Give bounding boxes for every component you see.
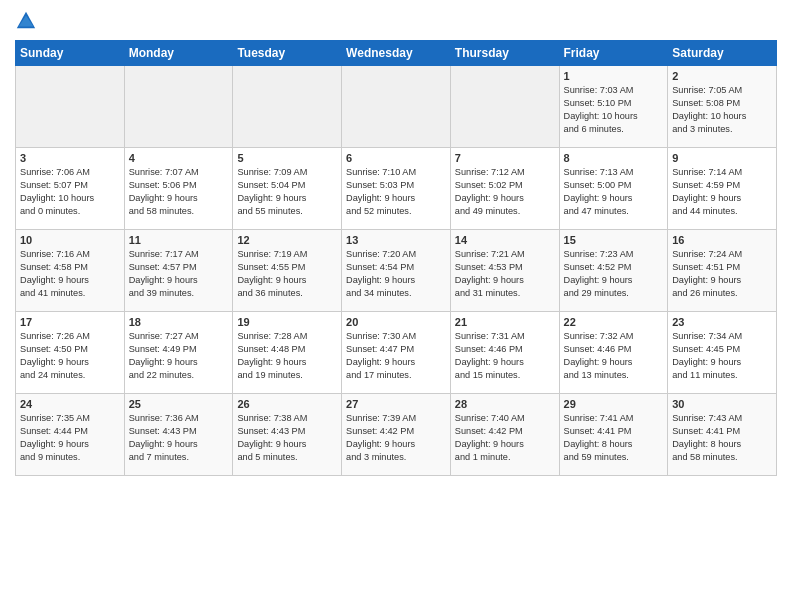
day-info: Sunrise: 7:24 AM Sunset: 4:51 PM Dayligh… xyxy=(672,248,772,300)
day-number: 27 xyxy=(346,398,446,410)
day-cell: 8Sunrise: 7:13 AM Sunset: 5:00 PM Daylig… xyxy=(559,148,668,230)
day-info: Sunrise: 7:03 AM Sunset: 5:10 PM Dayligh… xyxy=(564,84,664,136)
day-number: 29 xyxy=(564,398,664,410)
svg-marker-1 xyxy=(19,16,34,27)
day-info: Sunrise: 7:40 AM Sunset: 4:42 PM Dayligh… xyxy=(455,412,555,464)
day-number: 4 xyxy=(129,152,229,164)
day-info: Sunrise: 7:14 AM Sunset: 4:59 PM Dayligh… xyxy=(672,166,772,218)
day-cell: 14Sunrise: 7:21 AM Sunset: 4:53 PM Dayli… xyxy=(450,230,559,312)
day-number: 11 xyxy=(129,234,229,246)
day-info: Sunrise: 7:17 AM Sunset: 4:57 PM Dayligh… xyxy=(129,248,229,300)
day-number: 25 xyxy=(129,398,229,410)
week-row-1: 3Sunrise: 7:06 AM Sunset: 5:07 PM Daylig… xyxy=(16,148,777,230)
day-cell xyxy=(342,66,451,148)
day-cell: 17Sunrise: 7:26 AM Sunset: 4:50 PM Dayli… xyxy=(16,312,125,394)
day-cell: 10Sunrise: 7:16 AM Sunset: 4:58 PM Dayli… xyxy=(16,230,125,312)
week-row-4: 24Sunrise: 7:35 AM Sunset: 4:44 PM Dayli… xyxy=(16,394,777,476)
day-number: 12 xyxy=(237,234,337,246)
day-number: 23 xyxy=(672,316,772,328)
day-cell: 11Sunrise: 7:17 AM Sunset: 4:57 PM Dayli… xyxy=(124,230,233,312)
logo-icon xyxy=(15,10,37,32)
day-cell: 25Sunrise: 7:36 AM Sunset: 4:43 PM Dayli… xyxy=(124,394,233,476)
day-number: 7 xyxy=(455,152,555,164)
header-cell-sunday: Sunday xyxy=(16,41,125,66)
day-cell: 9Sunrise: 7:14 AM Sunset: 4:59 PM Daylig… xyxy=(668,148,777,230)
day-number: 20 xyxy=(346,316,446,328)
day-cell xyxy=(450,66,559,148)
day-info: Sunrise: 7:12 AM Sunset: 5:02 PM Dayligh… xyxy=(455,166,555,218)
day-number: 17 xyxy=(20,316,120,328)
day-cell xyxy=(16,66,125,148)
day-number: 18 xyxy=(129,316,229,328)
day-cell xyxy=(233,66,342,148)
day-number: 16 xyxy=(672,234,772,246)
day-info: Sunrise: 7:32 AM Sunset: 4:46 PM Dayligh… xyxy=(564,330,664,382)
day-info: Sunrise: 7:06 AM Sunset: 5:07 PM Dayligh… xyxy=(20,166,120,218)
day-cell: 30Sunrise: 7:43 AM Sunset: 4:41 PM Dayli… xyxy=(668,394,777,476)
day-cell: 16Sunrise: 7:24 AM Sunset: 4:51 PM Dayli… xyxy=(668,230,777,312)
day-cell: 18Sunrise: 7:27 AM Sunset: 4:49 PM Dayli… xyxy=(124,312,233,394)
day-cell: 26Sunrise: 7:38 AM Sunset: 4:43 PM Dayli… xyxy=(233,394,342,476)
day-cell: 22Sunrise: 7:32 AM Sunset: 4:46 PM Dayli… xyxy=(559,312,668,394)
header-area xyxy=(15,10,777,32)
day-info: Sunrise: 7:07 AM Sunset: 5:06 PM Dayligh… xyxy=(129,166,229,218)
day-cell: 23Sunrise: 7:34 AM Sunset: 4:45 PM Dayli… xyxy=(668,312,777,394)
day-number: 6 xyxy=(346,152,446,164)
day-cell: 7Sunrise: 7:12 AM Sunset: 5:02 PM Daylig… xyxy=(450,148,559,230)
header-cell-thursday: Thursday xyxy=(450,41,559,66)
day-info: Sunrise: 7:43 AM Sunset: 4:41 PM Dayligh… xyxy=(672,412,772,464)
day-info: Sunrise: 7:31 AM Sunset: 4:46 PM Dayligh… xyxy=(455,330,555,382)
day-number: 14 xyxy=(455,234,555,246)
day-info: Sunrise: 7:39 AM Sunset: 4:42 PM Dayligh… xyxy=(346,412,446,464)
day-cell: 20Sunrise: 7:30 AM Sunset: 4:47 PM Dayli… xyxy=(342,312,451,394)
day-cell: 6Sunrise: 7:10 AM Sunset: 5:03 PM Daylig… xyxy=(342,148,451,230)
day-info: Sunrise: 7:41 AM Sunset: 4:41 PM Dayligh… xyxy=(564,412,664,464)
day-number: 15 xyxy=(564,234,664,246)
week-row-2: 10Sunrise: 7:16 AM Sunset: 4:58 PM Dayli… xyxy=(16,230,777,312)
header-cell-monday: Monday xyxy=(124,41,233,66)
day-number: 22 xyxy=(564,316,664,328)
day-number: 9 xyxy=(672,152,772,164)
day-info: Sunrise: 7:16 AM Sunset: 4:58 PM Dayligh… xyxy=(20,248,120,300)
day-info: Sunrise: 7:28 AM Sunset: 4:48 PM Dayligh… xyxy=(237,330,337,382)
header-cell-friday: Friday xyxy=(559,41,668,66)
calendar-table: SundayMondayTuesdayWednesdayThursdayFrid… xyxy=(15,40,777,476)
day-number: 21 xyxy=(455,316,555,328)
day-cell: 28Sunrise: 7:40 AM Sunset: 4:42 PM Dayli… xyxy=(450,394,559,476)
day-cell: 29Sunrise: 7:41 AM Sunset: 4:41 PM Dayli… xyxy=(559,394,668,476)
day-info: Sunrise: 7:27 AM Sunset: 4:49 PM Dayligh… xyxy=(129,330,229,382)
day-info: Sunrise: 7:21 AM Sunset: 4:53 PM Dayligh… xyxy=(455,248,555,300)
day-number: 5 xyxy=(237,152,337,164)
day-cell: 4Sunrise: 7:07 AM Sunset: 5:06 PM Daylig… xyxy=(124,148,233,230)
day-info: Sunrise: 7:38 AM Sunset: 4:43 PM Dayligh… xyxy=(237,412,337,464)
day-number: 28 xyxy=(455,398,555,410)
day-cell: 13Sunrise: 7:20 AM Sunset: 4:54 PM Dayli… xyxy=(342,230,451,312)
day-info: Sunrise: 7:26 AM Sunset: 4:50 PM Dayligh… xyxy=(20,330,120,382)
page-container: SundayMondayTuesdayWednesdayThursdayFrid… xyxy=(0,0,792,486)
header-cell-saturday: Saturday xyxy=(668,41,777,66)
logo xyxy=(15,10,41,32)
day-cell: 12Sunrise: 7:19 AM Sunset: 4:55 PM Dayli… xyxy=(233,230,342,312)
day-number: 1 xyxy=(564,70,664,82)
day-info: Sunrise: 7:20 AM Sunset: 4:54 PM Dayligh… xyxy=(346,248,446,300)
day-info: Sunrise: 7:10 AM Sunset: 5:03 PM Dayligh… xyxy=(346,166,446,218)
day-cell: 27Sunrise: 7:39 AM Sunset: 4:42 PM Dayli… xyxy=(342,394,451,476)
day-number: 10 xyxy=(20,234,120,246)
day-cell: 3Sunrise: 7:06 AM Sunset: 5:07 PM Daylig… xyxy=(16,148,125,230)
header-cell-tuesday: Tuesday xyxy=(233,41,342,66)
day-cell: 15Sunrise: 7:23 AM Sunset: 4:52 PM Dayli… xyxy=(559,230,668,312)
day-number: 24 xyxy=(20,398,120,410)
day-info: Sunrise: 7:05 AM Sunset: 5:08 PM Dayligh… xyxy=(672,84,772,136)
day-cell: 1Sunrise: 7:03 AM Sunset: 5:10 PM Daylig… xyxy=(559,66,668,148)
day-info: Sunrise: 7:35 AM Sunset: 4:44 PM Dayligh… xyxy=(20,412,120,464)
day-info: Sunrise: 7:23 AM Sunset: 4:52 PM Dayligh… xyxy=(564,248,664,300)
header-cell-wednesday: Wednesday xyxy=(342,41,451,66)
day-cell xyxy=(124,66,233,148)
day-number: 19 xyxy=(237,316,337,328)
week-row-0: 1Sunrise: 7:03 AM Sunset: 5:10 PM Daylig… xyxy=(16,66,777,148)
day-number: 8 xyxy=(564,152,664,164)
day-number: 30 xyxy=(672,398,772,410)
day-info: Sunrise: 7:09 AM Sunset: 5:04 PM Dayligh… xyxy=(237,166,337,218)
day-number: 26 xyxy=(237,398,337,410)
week-row-3: 17Sunrise: 7:26 AM Sunset: 4:50 PM Dayli… xyxy=(16,312,777,394)
